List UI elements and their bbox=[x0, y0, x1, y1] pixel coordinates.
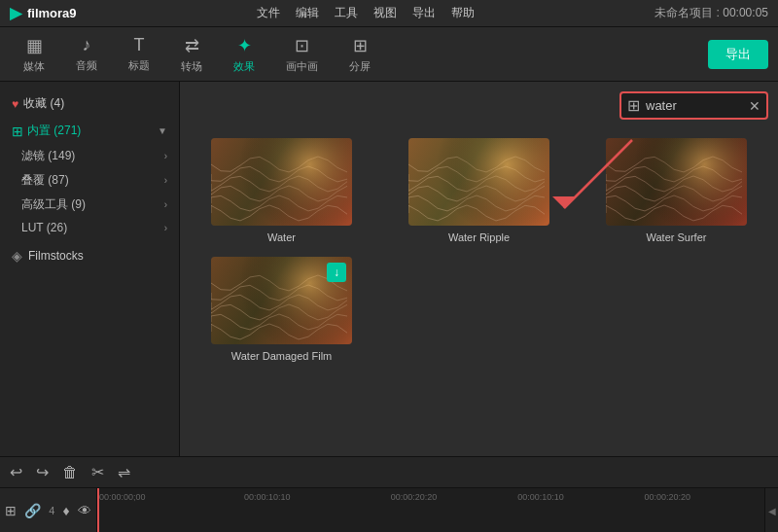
scroll-arrow-icon: ◀ bbox=[768, 506, 776, 516]
audio-icon: ♪ bbox=[83, 35, 91, 55]
group-chevron: ▼ bbox=[158, 125, 167, 136]
tab-title[interactable]: T 标题 bbox=[115, 29, 163, 79]
main-area: ♥ 收藏 (4) ⊞ 内置 (271) ▼ 滤镜 (149) › 叠覆 (87)… bbox=[0, 82, 778, 456]
sidebar-item-overlay[interactable]: 叠覆 (87) › bbox=[0, 168, 179, 193]
tab-effects-label: 效果 bbox=[233, 59, 255, 74]
tab-split-label: 分屏 bbox=[349, 59, 371, 74]
eye-icon[interactable]: 👁 bbox=[78, 503, 91, 518]
sidebar-favorites[interactable]: ♥ 收藏 (4) bbox=[0, 89, 179, 118]
tab-media-label: 媒体 bbox=[23, 59, 45, 74]
tab-audio-label: 音频 bbox=[76, 58, 97, 73]
delete-icon[interactable]: 🗑 bbox=[62, 464, 78, 481]
transition-icon: ⇄ bbox=[185, 35, 199, 56]
tab-title-label: 标题 bbox=[128, 58, 150, 73]
playhead bbox=[97, 488, 99, 532]
redo-icon[interactable]: ↪ bbox=[36, 463, 49, 481]
menu-help[interactable]: 帮助 bbox=[451, 5, 475, 21]
tab-transition[interactable]: ⇄ 转场 bbox=[167, 29, 216, 80]
magnet-icon[interactable]: ♦ bbox=[62, 503, 69, 518]
audio-icon[interactable]: ⇌ bbox=[118, 463, 130, 481]
group-builtin-label: 内置 (271) bbox=[27, 123, 81, 139]
effect-water-thumb bbox=[211, 138, 352, 226]
filter-label: 滤镜 (149) bbox=[21, 148, 75, 164]
timeline-area: ⊞ 🔗 4 ♦ 👁 00:00:00;00 00:00:10:10 00:00:… bbox=[0, 488, 778, 532]
media-icon: ▦ bbox=[26, 35, 43, 56]
lut-label: LUT (26) bbox=[21, 221, 67, 234]
sidebar: ♥ 收藏 (4) ⊞ 内置 (271) ▼ 滤镜 (149) › 叠覆 (87)… bbox=[0, 82, 180, 456]
link-icon[interactable]: 🔗 bbox=[24, 503, 41, 518]
app-logo: ▶ filmora9 bbox=[10, 4, 77, 22]
advanced-label: 高级工具 (9) bbox=[21, 196, 86, 213]
filmstocks-label: Filmstocks bbox=[28, 249, 84, 263]
menu-edit[interactable]: 编辑 bbox=[296, 5, 319, 21]
title-icon: T bbox=[134, 35, 145, 55]
download-badge: ↓ bbox=[327, 263, 346, 282]
timestamp-0: 00:00:00;00 bbox=[99, 492, 146, 502]
effect-water-surfer-thumb bbox=[606, 138, 747, 226]
effect-water-surfer[interactable]: Water Surfer bbox=[584, 138, 768, 243]
app-name: filmora9 bbox=[27, 6, 77, 20]
water-canvas bbox=[211, 138, 352, 226]
effect-water[interactable]: Water bbox=[190, 138, 373, 243]
tab-pip[interactable]: ⊡ 画中画 bbox=[272, 29, 332, 80]
timestamp-3: 00:00:10:10 bbox=[517, 492, 564, 502]
track-number: 4 bbox=[49, 505, 54, 516]
tab-audio[interactable]: ♪ 音频 bbox=[62, 29, 111, 79]
tab-effects[interactable]: ✦ 效果 bbox=[220, 29, 268, 80]
timeline-ruler[interactable]: 00:00:00;00 00:00:10:10 00:00:20:20 00:0… bbox=[97, 488, 764, 532]
surfer-canvas bbox=[606, 138, 747, 226]
tab-split[interactable]: ⊞ 分屏 bbox=[336, 29, 384, 80]
search-input[interactable] bbox=[646, 98, 743, 113]
search-bar: ⊞ ✕ bbox=[619, 91, 768, 120]
timestamp-1: 00:00:10:10 bbox=[244, 492, 291, 502]
clear-search-icon[interactable]: ✕ bbox=[749, 98, 760, 114]
menu-bar: 文件 编辑 工具 视图 导出 帮助 bbox=[257, 5, 475, 21]
cut-icon[interactable]: ✂ bbox=[91, 463, 104, 481]
heart-icon: ♥ bbox=[12, 97, 18, 111]
advanced-chevron: › bbox=[164, 199, 167, 210]
effect-water-damaged-thumb: ↓ bbox=[211, 257, 352, 344]
menu-view[interactable]: 视图 bbox=[373, 5, 397, 21]
menu-file[interactable]: 文件 bbox=[257, 5, 280, 21]
effects-icon: ✦ bbox=[237, 35, 252, 56]
sidebar-group-builtin[interactable]: ⊞ 内置 (271) ▼ bbox=[0, 118, 179, 144]
sidebar-item-filter[interactable]: 滤镜 (149) › bbox=[0, 144, 179, 168]
project-info: 未命名项目 : 00:00:05 bbox=[654, 5, 768, 21]
menu-tools[interactable]: 工具 bbox=[335, 5, 358, 21]
content-area: ⊞ ✕ Water Wate bbox=[180, 82, 778, 456]
effects-grid: Water Water Ripple Water Surfer ↓ bbox=[190, 138, 768, 362]
effect-water-surfer-label: Water Surfer bbox=[647, 231, 707, 243]
grid-view-icon[interactable]: ⊞ bbox=[627, 96, 640, 115]
sidebar-item-lut[interactable]: LUT (26) › bbox=[0, 217, 179, 238]
ripple-canvas bbox=[408, 138, 549, 226]
timestamp-2: 00:00:20:20 bbox=[391, 492, 438, 502]
split-icon: ⊞ bbox=[353, 35, 368, 56]
tab-media[interactable]: ▦ 媒体 bbox=[10, 29, 58, 80]
add-track-icon[interactable]: ⊞ bbox=[5, 503, 17, 518]
effect-water-label: Water bbox=[267, 231, 296, 243]
main-toolbar: ▦ 媒体 ♪ 音频 T 标题 ⇄ 转场 ✦ 效果 ⊡ 画中画 ⊞ 分屏 导出 bbox=[0, 27, 778, 82]
effect-water-ripple-label: Water Ripple bbox=[448, 231, 510, 243]
timeline-left: ⊞ 🔗 4 ♦ 👁 bbox=[0, 488, 97, 532]
bottom-toolbar: ↩ ↪ 🗑 ✂ ⇌ bbox=[0, 457, 778, 488]
filmstocks-icon: ◈ bbox=[12, 248, 22, 264]
lut-chevron: › bbox=[164, 223, 167, 233]
favorites-label: 收藏 (4) bbox=[23, 95, 64, 112]
group-icon: ⊞ bbox=[12, 124, 23, 139]
overlay-chevron: › bbox=[164, 175, 167, 186]
scroll-handle-right[interactable]: ◀ bbox=[764, 488, 778, 532]
top-bar: ▶ filmora9 文件 编辑 工具 视图 导出 帮助 未命名项目 : 00:… bbox=[0, 0, 778, 27]
effect-water-ripple[interactable]: Water Ripple bbox=[387, 138, 571, 243]
effect-water-damaged[interactable]: ↓ Water Damaged Film bbox=[190, 257, 373, 362]
sidebar-filmstocks[interactable]: ◈ Filmstocks bbox=[0, 242, 179, 269]
menu-export[interactable]: 导出 bbox=[412, 5, 436, 21]
undo-icon[interactable]: ↩ bbox=[10, 463, 22, 481]
export-button[interactable]: 导出 bbox=[708, 40, 768, 69]
effect-water-ripple-thumb bbox=[408, 138, 549, 226]
tab-transition-label: 转场 bbox=[181, 59, 202, 74]
timestamp-4: 00:00:20:20 bbox=[645, 492, 691, 502]
bottom-panel: ↩ ↪ 🗑 ✂ ⇌ ⊞ 🔗 4 ♦ 👁 00:00:00;00 00:00:10… bbox=[0, 456, 778, 532]
logo-icon: ▶ bbox=[10, 4, 21, 22]
sidebar-item-advanced[interactable]: 高级工具 (9) › bbox=[0, 193, 179, 217]
overlay-label: 叠覆 (87) bbox=[21, 172, 69, 189]
